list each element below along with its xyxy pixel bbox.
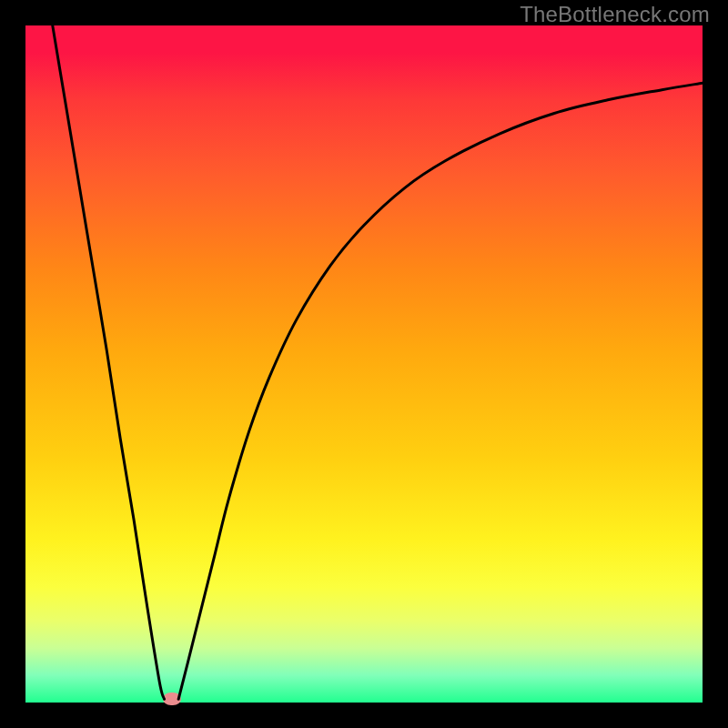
- curve-svg: [25, 25, 703, 703]
- chart-frame: TheBottleneck.com: [0, 0, 728, 728]
- curve-left-branch: [53, 25, 165, 699]
- watermark-text: TheBottleneck.com: [520, 2, 710, 27]
- curve-right-branch: [178, 83, 703, 699]
